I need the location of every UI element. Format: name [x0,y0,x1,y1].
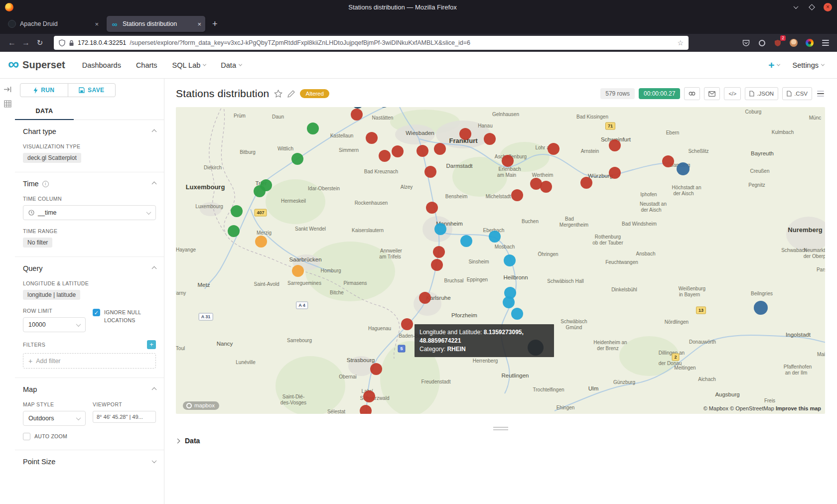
section-header[interactable]: Query [23,264,156,272]
scatter-point[interactable] [370,363,382,375]
browser-tab-apache-druid[interactable]: Apache Druid × [4,16,103,32]
improve-map-link[interactable]: Improve this map [776,405,821,411]
tab-close-icon[interactable]: × [197,20,201,28]
scatter-point[interactable] [460,235,472,247]
nav-charts[interactable]: Charts [136,61,157,69]
extension-pinwheel-icon[interactable] [803,36,816,49]
scatter-point[interactable] [401,318,413,330]
scatter-point[interactable] [580,177,592,189]
auto-zoom-checkbox[interactable] [23,433,30,440]
scatter-point[interactable] [392,145,404,157]
share-link-button[interactable] [684,87,700,100]
embed-code-button[interactable]: </> [724,87,741,100]
run-button[interactable]: RUN [20,83,68,97]
scatter-point[interactable] [662,155,674,167]
scatter-point[interactable] [431,259,443,271]
edit-title-icon[interactable] [287,90,295,98]
scatter-point[interactable] [433,246,445,258]
tracking-shield-icon[interactable] [59,39,65,46]
time-range-chip[interactable]: No filter [23,238,52,248]
scatter-point[interactable] [351,109,363,121]
forward-button[interactable]: → [19,36,33,49]
scatter-point[interactable] [434,143,446,155]
scatter-point[interactable] [503,296,515,308]
ignore-null-checkbox[interactable]: ✓ [93,309,100,316]
save-button[interactable]: SAVE [68,83,116,97]
scatter-point[interactable] [366,132,378,144]
add-filter-button[interactable]: +Add filter [23,353,156,369]
resize-grip[interactable] [493,427,508,430]
scatter-point[interactable] [609,139,621,151]
extension-circle-icon[interactable] [755,36,768,49]
viz-type-chip[interactable]: deck.gl Scatterplot [23,153,81,163]
url-bar[interactable]: 172.18.0.4:32251/superset/explore/?form_… [54,36,689,50]
scatter-point[interactable] [426,202,438,214]
scatter-point[interactable] [511,308,523,320]
browser-tab-stations-distribution[interactable]: ∞ Stations distribution × [107,16,205,32]
section-header[interactable]: Chart type [23,127,156,135]
scatter-point[interactable] [484,133,496,145]
viewport-input[interactable]: 8° 46' 45.28" | 49... [93,411,156,423]
window-maximize-button[interactable] [808,3,816,11]
chart-menu-button[interactable] [816,87,825,100]
collapse-panel-icon[interactable] [3,86,12,93]
scatter-point[interactable] [231,205,243,217]
scatter-point[interactable] [307,123,319,134]
scatter-point[interactable] [540,181,552,193]
scatter-point[interactable] [502,155,514,167]
scatter-point[interactable] [459,128,471,140]
section-header[interactable]: Timei [23,180,156,188]
scatter-point[interactable] [424,166,436,178]
menu-icon[interactable] [819,36,832,49]
add-new-button[interactable]: + [768,59,779,71]
scatter-point[interactable] [489,231,501,243]
add-filter-plus-button[interactable]: + [147,340,156,349]
nav-sql-lab[interactable]: SQL Lab [172,61,206,69]
new-tab-button[interactable]: + [212,19,218,29]
tab-data[interactable]: DATA [15,102,74,120]
bookmark-star-icon[interactable]: ☆ [677,39,684,47]
settings-menu[interactable]: Settings [793,61,824,69]
pocket-icon[interactable] [739,36,752,49]
time-column-select[interactable]: __time [23,205,156,220]
adblock-shield-icon[interactable]: 2 [771,36,784,49]
back-button[interactable]: ← [5,36,19,49]
scatter-point[interactable] [754,301,768,315]
scatter-point[interactable] [379,150,391,162]
export-json-button[interactable]: .JSON [745,87,778,100]
dataset-grid-icon[interactable] [4,100,11,108]
window-minimize-button[interactable] [792,3,800,11]
scatter-point[interactable] [291,153,303,165]
lonlat-chip[interactable]: longitude | latitude [23,290,80,300]
section-header[interactable]: Point Size [23,458,156,466]
email-button[interactable] [704,87,720,100]
scatter-point[interactable] [419,292,431,304]
map-canvas[interactable]: Longitude and Latitude: 8.1359273095, 48… [176,107,825,414]
section-header[interactable]: Map [23,385,156,393]
scatter-point[interactable] [363,390,375,402]
scatter-point[interactable] [511,189,523,201]
favorite-star-icon[interactable] [274,90,282,98]
mapbox-logo[interactable]: mapbox [183,401,219,410]
export-csv-button[interactable]: .CSV [782,87,812,100]
scatter-point[interactable] [434,223,446,235]
scatter-point[interactable] [292,265,304,277]
data-section-toggle[interactable]: Data [176,437,825,445]
row-limit-select[interactable]: 10000 [23,317,86,332]
scatter-point[interactable] [677,162,690,175]
map-style-select[interactable]: Outdoors [23,411,86,426]
scatter-point[interactable] [360,405,372,414]
window-close-button[interactable]: × [824,3,832,11]
scatter-point[interactable] [228,225,240,237]
scatter-point[interactable] [548,143,559,155]
reload-button[interactable]: ↻ [33,36,47,49]
superset-logo[interactable]: ∞ Superset [8,58,65,72]
profile-avatar-icon[interactable] [787,36,800,49]
nav-data[interactable]: Data [221,61,242,69]
scatter-point[interactable] [504,254,516,266]
scatter-point[interactable] [417,145,428,157]
tab-close-icon[interactable]: × [95,20,99,28]
scatter-point[interactable] [609,167,621,179]
nav-dashboards[interactable]: Dashboards [82,61,121,69]
scatter-point[interactable] [255,236,267,248]
